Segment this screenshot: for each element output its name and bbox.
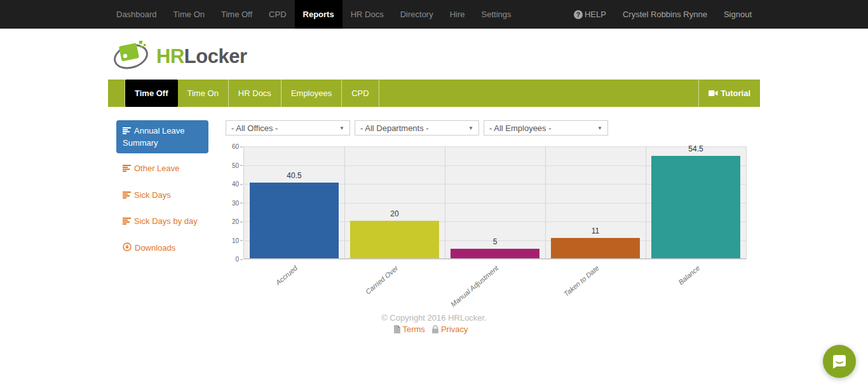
- nav-time-on[interactable]: Time On: [165, 0, 213, 29]
- chevron-down-icon: ▼: [468, 125, 473, 131]
- chevron-down-icon: ▼: [339, 125, 344, 131]
- sidebar-item-sick-days-by-day[interactable]: Sick Days by day: [116, 211, 208, 233]
- bar-value-label: 54.5: [646, 144, 746, 153]
- bar-manual-adjustment[interactable]: [451, 249, 539, 258]
- column-divider: [545, 146, 546, 258]
- bar-taken-to-date[interactable]: [551, 238, 639, 258]
- sidebar-item-label: Annual Leave Summary: [123, 126, 185, 148]
- hrlocker-logo-icon: [113, 39, 153, 74]
- sidebar-item-label: Sick Days by day: [134, 216, 198, 226]
- x-category-label: Taken to Date: [562, 264, 600, 298]
- tab-bar-stub: [108, 80, 125, 107]
- lock-icon: [431, 325, 439, 333]
- bar-chart-icon: [123, 126, 131, 137]
- chart-column: 11: [545, 146, 646, 258]
- bar-value-label: 40.5: [244, 171, 344, 180]
- signout-link[interactable]: Signout: [715, 0, 760, 29]
- nav-hr-docs[interactable]: HR Docs: [342, 0, 392, 29]
- bar-chart-icon: [123, 190, 131, 202]
- nav-directory[interactable]: Directory: [392, 0, 442, 29]
- x-category-label: Accrued: [274, 264, 299, 286]
- column-divider: [344, 146, 345, 258]
- y-tick-label: 40: [232, 181, 239, 188]
- chart-column: 20: [344, 146, 445, 258]
- sidebar-item-sick-days[interactable]: Sick Days: [116, 185, 208, 207]
- column-divider: [646, 146, 646, 258]
- help-label: HELP: [585, 10, 606, 19]
- x-category-label: Manual Adjustment: [449, 264, 500, 308]
- y-tick-label: 20: [232, 218, 239, 225]
- chart-column: 40.5: [244, 146, 344, 258]
- employees-select-value: - All Employees -: [489, 123, 552, 133]
- document-icon: [393, 325, 400, 333]
- privacy-label: Privacy: [441, 324, 468, 334]
- logo-text: HRLocker: [156, 45, 247, 68]
- bar-chart-icon: [123, 216, 131, 228]
- download-circle-icon: [123, 242, 132, 254]
- x-category-label: Carried Over: [363, 264, 399, 296]
- tab-hr-docs[interactable]: HR Docs: [229, 80, 281, 107]
- nav-cpd[interactable]: CPD: [261, 0, 294, 29]
- report-tab-bar: Time Off Time On HR Docs Employees CPD T…: [108, 80, 760, 107]
- bar-accrued[interactable]: [250, 183, 338, 258]
- y-tick-label: 0: [235, 256, 239, 263]
- page-footer: © Copyright 2016 HRLocker. Terms Privacy: [0, 313, 868, 334]
- sidebar-item-label: Other Leave: [134, 164, 180, 173]
- nav-settings[interactable]: Settings: [473, 0, 520, 29]
- privacy-link[interactable]: Privacy: [431, 324, 468, 334]
- chat-bubble-icon: [831, 353, 848, 370]
- filter-row: - All Offices - ▼ - All Departments - ▼ …: [226, 120, 760, 136]
- hrlocker-logo[interactable]: HRLocker: [113, 39, 760, 74]
- nav-hire[interactable]: Hire: [442, 0, 473, 29]
- chevron-down-icon: ▼: [597, 125, 602, 131]
- sidebar-item-downloads[interactable]: Downloads: [116, 237, 208, 260]
- y-tick-label: 30: [232, 199, 239, 206]
- nav-dashboard[interactable]: Dashboard: [108, 0, 165, 29]
- chart-y-axis: 0102030405060: [226, 146, 243, 259]
- offices-select-value: - All Offices -: [231, 123, 278, 133]
- help-link[interactable]: ? HELP: [566, 0, 614, 29]
- bar-carried-over[interactable]: [350, 221, 438, 258]
- sidebar-item-label: Sick Days: [134, 190, 171, 200]
- bar-value-label: 5: [445, 237, 545, 246]
- terms-label: Terms: [402, 324, 424, 334]
- sidebar-item-annual-leave-summary[interactable]: Annual Leave Summary: [116, 120, 208, 153]
- employees-select[interactable]: - All Employees - ▼: [484, 120, 608, 136]
- user-menu[interactable]: Crystel Robbins Rynne: [614, 0, 715, 29]
- bar-value-label: 20: [344, 209, 445, 218]
- nav-right-group: ? HELP Crystel Robbins Rynne Signout: [566, 0, 760, 29]
- chart-x-axis-labels: AccruedCarried OverManual AdjustmentTake…: [243, 259, 747, 301]
- y-tick-label: 60: [232, 143, 239, 150]
- departments-select-value: - All Departments -: [360, 123, 429, 133]
- tutorial-label: Tutorial: [721, 88, 750, 98]
- video-camera-icon: [709, 90, 718, 97]
- y-tick-label: 10: [232, 237, 239, 244]
- nav-time-off[interactable]: Time Off: [213, 0, 261, 29]
- report-sidebar: Annual Leave Summary Other Leave Sick Da…: [116, 120, 208, 301]
- bar-balance[interactable]: [651, 156, 740, 258]
- help-question-icon: ?: [574, 10, 583, 19]
- copyright-text: © Copyright 2016 HRLocker.: [0, 313, 868, 323]
- tab-time-on[interactable]: Time On: [178, 80, 229, 107]
- tab-cpd[interactable]: CPD: [342, 80, 379, 107]
- annual-leave-summary-chart: 0102030405060 40.52051154.5 AccruedCarri…: [226, 146, 760, 301]
- sidebar-item-label: Downloads: [135, 243, 175, 253]
- bar-chart-icon: [123, 164, 131, 175]
- chart-plot: 40.52051154.5: [243, 146, 747, 259]
- y-tick-label: 50: [232, 162, 239, 169]
- chart-column: 5: [445, 146, 545, 258]
- tab-employees[interactable]: Employees: [281, 80, 342, 107]
- sidebar-item-other-leave[interactable]: Other Leave: [116, 158, 208, 180]
- departments-select[interactable]: - All Departments - ▼: [355, 120, 479, 136]
- chat-launcher-button[interactable]: [823, 345, 856, 378]
- chart-column: 54.5: [646, 146, 746, 258]
- top-nav: Dashboard Time On Time Off CPD Reports H…: [0, 0, 868, 29]
- offices-select[interactable]: - All Offices - ▼: [226, 120, 350, 136]
- tab-time-off[interactable]: Time Off: [125, 80, 178, 107]
- nav-reports[interactable]: Reports: [295, 0, 342, 29]
- bar-value-label: 11: [545, 226, 646, 235]
- terms-link[interactable]: Terms: [393, 324, 424, 334]
- tutorial-button[interactable]: Tutorial: [698, 80, 760, 107]
- x-category-label: Balance: [677, 264, 701, 286]
- logo-section: HRLocker: [108, 29, 760, 80]
